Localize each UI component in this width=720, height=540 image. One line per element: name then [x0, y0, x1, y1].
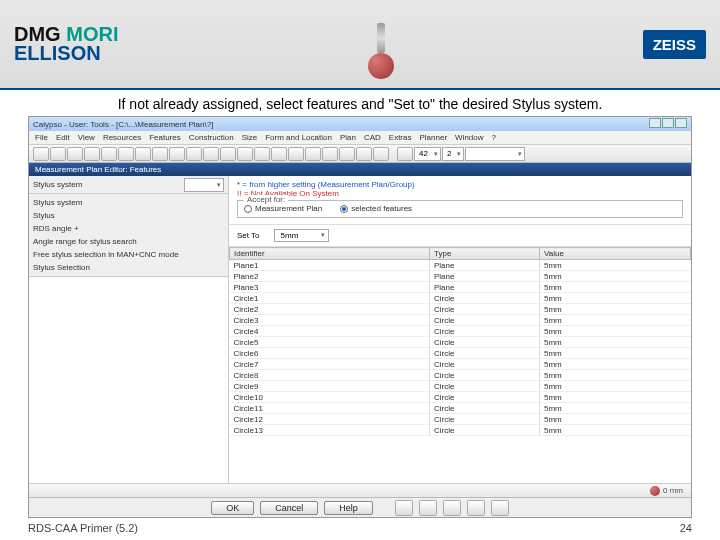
probe-icon — [356, 9, 406, 79]
slide-banner: DMG MORI ELLISON ZEISS — [0, 0, 720, 90]
help-button[interactable]: Help — [324, 501, 373, 515]
dialog-tool-button[interactable] — [467, 500, 485, 516]
toolbar-button[interactable] — [135, 147, 151, 161]
toolbar-button[interactable] — [152, 147, 168, 161]
slide-caption: If not already assigned, select features… — [0, 90, 720, 116]
menu-cad[interactable]: CAD — [364, 133, 381, 142]
table-row[interactable]: Circle7Circle5mm — [230, 359, 691, 370]
table-row[interactable]: Plane3Plane5mm — [230, 282, 691, 293]
prop-row[interactable]: Stylus system — [33, 198, 224, 207]
menu-window[interactable]: Window — [455, 133, 483, 142]
cancel-button[interactable]: Cancel — [260, 501, 318, 515]
toolbar-combo-3[interactable] — [465, 147, 525, 161]
brand-zeiss: ZEISS — [643, 30, 706, 59]
toolbar-button[interactable] — [237, 147, 253, 161]
toolbar-button[interactable] — [118, 147, 134, 161]
app-window: Calypso - User: Tools - [C:\...\Measurem… — [28, 116, 692, 518]
table-row[interactable]: Circle4Circle5mm — [230, 326, 691, 337]
prop-row[interactable]: Stylus — [33, 211, 224, 220]
brand-dmg-mori-ellison: DMG MORI ELLISON — [14, 25, 118, 63]
hint-not-available: !! = Not Available On System — [237, 189, 683, 198]
table-row[interactable]: Plane1Plane5mm — [230, 260, 691, 271]
toolbar-combo-1[interactable]: 42 — [414, 147, 441, 161]
col-identifier[interactable]: Identifier — [230, 248, 430, 260]
dialog-tool-button[interactable] — [419, 500, 437, 516]
menu-size[interactable]: Size — [242, 133, 258, 142]
toolbar-button[interactable] — [50, 147, 66, 161]
menu-help[interactable]: ? — [492, 133, 496, 142]
hints-box: * = from higher setting (Measurement Pla… — [229, 176, 691, 225]
prop-row[interactable]: RDS angle + — [33, 224, 224, 233]
dialog-tool-button[interactable] — [395, 500, 413, 516]
table-row[interactable]: Circle2Circle5mm — [230, 304, 691, 315]
status-bar: 0 mm — [29, 483, 691, 497]
table-row[interactable]: Circle11Circle5mm — [230, 403, 691, 414]
toolbar-button[interactable] — [169, 147, 185, 161]
table-row[interactable]: Circle9Circle5mm — [230, 381, 691, 392]
toolbar-button[interactable] — [203, 147, 219, 161]
properties-panel: Stylus system Stylus system Stylus RDS a… — [29, 176, 229, 483]
features-grid[interactable]: Identifier Type Value Plane1Plane5mmPlan… — [229, 247, 691, 483]
titlebar: Calypso - User: Tools - [C:\...\Measurem… — [29, 117, 691, 131]
footer-left: RDS-CAA Primer (5.2) — [28, 522, 138, 534]
set-to-combo[interactable]: 5mm — [274, 229, 330, 242]
set-to-label: Set To — [237, 231, 260, 240]
toolbar-button[interactable] — [339, 147, 355, 161]
prop-row[interactable]: Angle range for stylus search — [33, 237, 224, 246]
table-row[interactable]: Circle6Circle5mm — [230, 348, 691, 359]
dialog-tool-button[interactable] — [491, 500, 509, 516]
radio-selected-features[interactable]: selected features — [340, 204, 412, 213]
menu-features[interactable]: Features — [149, 133, 181, 142]
menu-extras[interactable]: Extras — [389, 133, 412, 142]
toolbar-button[interactable] — [254, 147, 270, 161]
table-row[interactable]: Circle12Circle5mm — [230, 414, 691, 425]
menu-resources[interactable]: Resources — [103, 133, 141, 142]
toolbar-button[interactable] — [220, 147, 236, 161]
toolbar-button[interactable] — [33, 147, 49, 161]
status-distance: 0 mm — [663, 486, 683, 495]
window-controls[interactable] — [648, 118, 687, 130]
table-row[interactable]: Circle8Circle5mm — [230, 370, 691, 381]
menu-file[interactable]: File — [35, 133, 48, 142]
toolbar-combo-2[interactable]: 2 — [442, 147, 464, 161]
toolbar-button[interactable] — [288, 147, 304, 161]
ok-button[interactable]: OK — [211, 501, 254, 515]
col-type[interactable]: Type — [430, 248, 540, 260]
table-row[interactable]: Circle1Circle5mm — [230, 293, 691, 304]
toolbar-button[interactable] — [356, 147, 372, 161]
table-row[interactable]: Circle5Circle5mm — [230, 337, 691, 348]
col-value[interactable]: Value — [540, 248, 691, 260]
accept-for-legend: Accept for: — [244, 195, 288, 204]
dialog-tool-button[interactable] — [443, 500, 461, 516]
window-title: Calypso - User: Tools - [C:\...\Measurem… — [33, 120, 213, 129]
table-row[interactable]: Circle13Circle5mm — [230, 425, 691, 436]
toolbar-button[interactable] — [271, 147, 287, 161]
menu-construction[interactable]: Construction — [189, 133, 234, 142]
table-row[interactable]: Plane2Plane5mm — [230, 271, 691, 282]
menu-view[interactable]: View — [78, 133, 95, 142]
prop-row[interactable]: Free stylus selection in MAN+CNC mode — [33, 250, 224, 259]
table-row[interactable]: Circle3Circle5mm — [230, 315, 691, 326]
probe-status-icon — [650, 486, 660, 496]
toolbar-button[interactable] — [186, 147, 202, 161]
menubar[interactable]: File Edit View Resources Features Constr… — [29, 131, 691, 145]
menu-edit[interactable]: Edit — [56, 133, 70, 142]
prop-stylus-system-combo[interactable] — [184, 178, 224, 192]
toolbar-button[interactable] — [84, 147, 100, 161]
radio-measurement-plan[interactable]: Measurement Plan — [244, 204, 322, 213]
menu-plan[interactable]: Plan — [340, 133, 356, 142]
menu-planner[interactable]: Planner — [419, 133, 447, 142]
toolbar-button[interactable] — [322, 147, 338, 161]
table-row[interactable]: Circle10Circle5mm — [230, 392, 691, 403]
hint-higher-setting: * = from higher setting (Measurement Pla… — [237, 180, 683, 189]
toolbar-button[interactable] — [373, 147, 389, 161]
panel-header: Measurement Plan Editor: Features — [29, 163, 691, 176]
menu-formloc[interactable]: Form and Location — [265, 133, 332, 142]
toolbar-button[interactable] — [305, 147, 321, 161]
prop-row[interactable]: Stylus Selection — [33, 263, 224, 272]
footer-page: 24 — [680, 522, 692, 534]
prop-stylus-system: Stylus system — [33, 180, 184, 189]
toolbar-button[interactable] — [397, 147, 413, 161]
toolbar-button[interactable] — [67, 147, 83, 161]
toolbar-button[interactable] — [101, 147, 117, 161]
